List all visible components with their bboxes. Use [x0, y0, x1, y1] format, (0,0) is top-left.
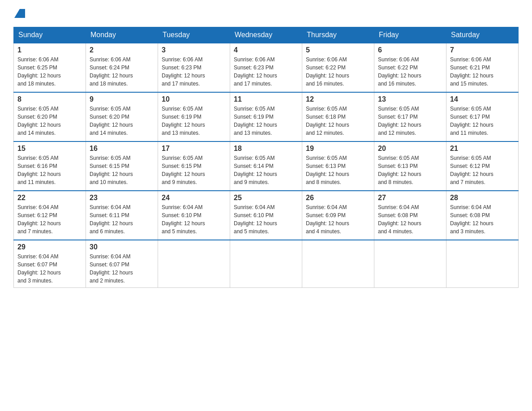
day-info: Sunrise: 6:05 AMSunset: 6:18 PMDaylight:…	[306, 106, 349, 136]
day-number: 21	[450, 145, 515, 153]
calendar-day-cell: 14 Sunrise: 6:05 AMSunset: 6:17 PMDaylig…	[446, 92, 519, 141]
weekday-header-saturday: Saturday	[446, 27, 519, 43]
calendar-day-cell: 21 Sunrise: 6:05 AMSunset: 6:12 PMDaylig…	[446, 141, 519, 191]
calendar-day-cell: 27 Sunrise: 6:04 AMSunset: 6:08 PMDaylig…	[374, 191, 446, 240]
calendar-day-cell: 22 Sunrise: 6:04 AMSunset: 6:12 PMDaylig…	[14, 191, 86, 240]
calendar-day-cell: 10 Sunrise: 6:05 AMSunset: 6:19 PMDaylig…	[158, 92, 230, 141]
calendar-week-row: 8 Sunrise: 6:05 AMSunset: 6:20 PMDayligh…	[14, 92, 519, 141]
calendar-day-cell: 16 Sunrise: 6:05 AMSunset: 6:15 PMDaylig…	[86, 141, 158, 191]
day-number: 15	[17, 145, 82, 153]
day-info: Sunrise: 6:04 AMSunset: 6:10 PMDaylight:…	[162, 204, 205, 235]
day-info: Sunrise: 6:04 AMSunset: 6:08 PMDaylight:…	[378, 204, 421, 235]
day-info: Sunrise: 6:05 AMSunset: 6:12 PMDaylight:…	[450, 155, 493, 185]
calendar-day-cell: 24 Sunrise: 6:04 AMSunset: 6:10 PMDaylig…	[158, 191, 230, 240]
day-number: 3	[162, 46, 226, 54]
calendar-day-cell	[230, 240, 302, 288]
day-info: Sunrise: 6:04 AMSunset: 6:07 PMDaylight:…	[17, 253, 61, 284]
day-number: 11	[234, 95, 298, 103]
calendar-day-cell	[446, 240, 519, 288]
calendar-day-cell: 2 Sunrise: 6:06 AMSunset: 6:24 PMDayligh…	[86, 43, 158, 92]
day-number: 22	[17, 194, 82, 202]
calendar-day-cell: 30 Sunrise: 6:04 AMSunset: 6:07 PMDaylig…	[86, 240, 158, 288]
calendar-day-cell: 25 Sunrise: 6:04 AMSunset: 6:10 PMDaylig…	[230, 191, 302, 240]
day-info: Sunrise: 6:05 AMSunset: 6:19 PMDaylight:…	[234, 106, 277, 136]
day-info: Sunrise: 6:05 AMSunset: 6:17 PMDaylight:…	[378, 106, 421, 136]
day-info: Sunrise: 6:05 AMSunset: 6:15 PMDaylight:…	[90, 155, 133, 185]
day-info: Sunrise: 6:06 AMSunset: 6:25 PMDaylight:…	[17, 56, 61, 87]
day-number: 20	[378, 145, 442, 153]
day-number: 25	[234, 194, 298, 202]
day-number: 27	[378, 194, 442, 202]
day-number: 29	[17, 243, 82, 251]
day-info: Sunrise: 6:04 AMSunset: 6:09 PMDaylight:…	[306, 204, 349, 235]
day-number: 2	[90, 46, 154, 54]
calendar-week-row: 22 Sunrise: 6:04 AMSunset: 6:12 PMDaylig…	[14, 191, 519, 240]
calendar-day-cell: 9 Sunrise: 6:05 AMSunset: 6:20 PMDayligh…	[86, 92, 158, 141]
day-number: 1	[17, 46, 82, 54]
day-info: Sunrise: 6:06 AMSunset: 6:23 PMDaylight:…	[162, 56, 205, 87]
day-number: 9	[90, 95, 154, 103]
calendar-day-cell: 12 Sunrise: 6:05 AMSunset: 6:18 PMDaylig…	[302, 92, 374, 141]
calendar-day-cell: 11 Sunrise: 6:05 AMSunset: 6:19 PMDaylig…	[230, 92, 302, 141]
calendar-day-cell: 17 Sunrise: 6:05 AMSunset: 6:15 PMDaylig…	[158, 141, 230, 191]
calendar-week-row: 1 Sunrise: 6:06 AMSunset: 6:25 PMDayligh…	[14, 43, 519, 92]
day-number: 12	[306, 95, 370, 103]
calendar-day-cell: 19 Sunrise: 6:05 AMSunset: 6:13 PMDaylig…	[302, 141, 374, 191]
calendar-day-cell: 7 Sunrise: 6:06 AMSunset: 6:21 PMDayligh…	[446, 43, 519, 92]
weekday-header-friday: Friday	[374, 27, 446, 43]
calendar-week-row: 29 Sunrise: 6:04 AMSunset: 6:07 PMDaylig…	[14, 240, 519, 288]
day-number: 14	[450, 95, 515, 103]
day-number: 7	[450, 46, 515, 54]
day-info: Sunrise: 6:05 AMSunset: 6:16 PMDaylight:…	[17, 155, 61, 185]
calendar-day-cell: 6 Sunrise: 6:06 AMSunset: 6:22 PMDayligh…	[374, 43, 446, 92]
day-info: Sunrise: 6:06 AMSunset: 6:21 PMDaylight:…	[450, 56, 493, 87]
logo-triangle-icon	[14, 9, 25, 18]
day-info: Sunrise: 6:05 AMSunset: 6:20 PMDaylight:…	[90, 106, 133, 136]
calendar-day-cell: 13 Sunrise: 6:05 AMSunset: 6:17 PMDaylig…	[374, 92, 446, 141]
weekday-header-wednesday: Wednesday	[230, 27, 302, 43]
day-info: Sunrise: 6:04 AMSunset: 6:10 PMDaylight:…	[234, 204, 277, 235]
day-info: Sunrise: 6:05 AMSunset: 6:13 PMDaylight:…	[306, 155, 349, 185]
day-number: 5	[306, 46, 370, 54]
header	[13, 9, 519, 18]
day-number: 10	[162, 95, 226, 103]
calendar-day-cell	[302, 240, 374, 288]
day-number: 28	[450, 194, 515, 202]
calendar-day-cell: 28 Sunrise: 6:04 AMSunset: 6:08 PMDaylig…	[446, 191, 519, 240]
day-info: Sunrise: 6:05 AMSunset: 6:17 PMDaylight:…	[450, 106, 493, 136]
calendar-day-cell: 23 Sunrise: 6:04 AMSunset: 6:11 PMDaylig…	[86, 191, 158, 240]
calendar-day-cell	[374, 240, 446, 288]
day-info: Sunrise: 6:05 AMSunset: 6:13 PMDaylight:…	[378, 155, 421, 185]
day-info: Sunrise: 6:05 AMSunset: 6:15 PMDaylight:…	[162, 155, 205, 185]
day-number: 16	[90, 145, 154, 153]
calendar-day-cell: 29 Sunrise: 6:04 AMSunset: 6:07 PMDaylig…	[14, 240, 86, 288]
calendar-header-row: SundayMondayTuesdayWednesdayThursdayFrid…	[14, 27, 519, 43]
day-info: Sunrise: 6:06 AMSunset: 6:22 PMDaylight:…	[306, 56, 349, 87]
day-info: Sunrise: 6:04 AMSunset: 6:12 PMDaylight:…	[17, 204, 61, 235]
weekday-header-sunday: Sunday	[14, 27, 86, 43]
day-info: Sunrise: 6:04 AMSunset: 6:08 PMDaylight:…	[450, 204, 493, 235]
calendar-day-cell	[158, 240, 230, 288]
calendar-day-cell: 5 Sunrise: 6:06 AMSunset: 6:22 PMDayligh…	[302, 43, 374, 92]
day-number: 4	[234, 46, 298, 54]
day-number: 24	[162, 194, 226, 202]
calendar-day-cell: 20 Sunrise: 6:05 AMSunset: 6:13 PMDaylig…	[374, 141, 446, 191]
day-number: 30	[90, 243, 154, 251]
day-number: 23	[90, 194, 154, 202]
calendar-day-cell: 4 Sunrise: 6:06 AMSunset: 6:23 PMDayligh…	[230, 43, 302, 92]
day-number: 8	[17, 95, 82, 103]
calendar-day-cell: 1 Sunrise: 6:06 AMSunset: 6:25 PMDayligh…	[14, 43, 86, 92]
day-info: Sunrise: 6:06 AMSunset: 6:23 PMDaylight:…	[234, 56, 277, 87]
day-number: 19	[306, 145, 370, 153]
day-info: Sunrise: 6:06 AMSunset: 6:22 PMDaylight:…	[378, 56, 421, 87]
day-info: Sunrise: 6:05 AMSunset: 6:14 PMDaylight:…	[234, 155, 277, 185]
day-info: Sunrise: 6:04 AMSunset: 6:11 PMDaylight:…	[90, 204, 133, 235]
day-number: 6	[378, 46, 442, 54]
day-info: Sunrise: 6:05 AMSunset: 6:19 PMDaylight:…	[162, 106, 205, 136]
day-info: Sunrise: 6:06 AMSunset: 6:24 PMDaylight:…	[90, 56, 133, 87]
calendar-table: SundayMondayTuesdayWednesdayThursdayFrid…	[13, 27, 519, 288]
day-number: 26	[306, 194, 370, 202]
day-info: Sunrise: 6:05 AMSunset: 6:20 PMDaylight:…	[17, 106, 61, 136]
calendar-day-cell: 26 Sunrise: 6:04 AMSunset: 6:09 PMDaylig…	[302, 191, 374, 240]
logo	[13, 9, 26, 18]
